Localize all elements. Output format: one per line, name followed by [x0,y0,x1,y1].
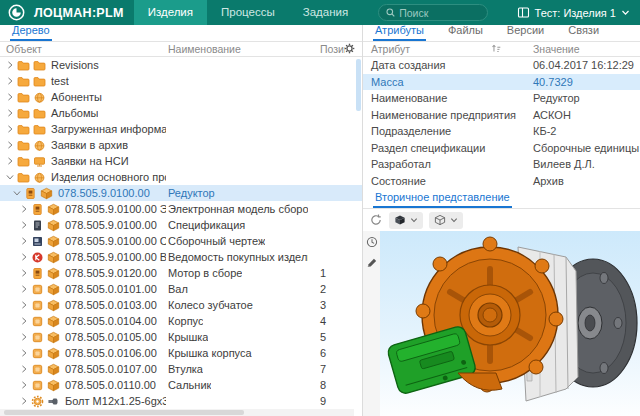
tree-row[interactable]: 078.505.0.0104.00Корпус4 [0,313,362,329]
tree-object-position: 7 [308,363,326,375]
tree-row[interactable]: Revisions [0,57,362,73]
tree-row[interactable]: Загруженная информация [0,121,362,137]
chevron-right-icon[interactable] [18,348,29,359]
chevron-right-icon[interactable] [4,60,15,71]
tree-row[interactable]: 078.505.0.0101.00Вал2 [0,281,362,297]
column-value[interactable]: Значение [533,43,580,55]
part-orange-icon [31,331,44,344]
tree-settings-gear-icon[interactable] [344,43,355,54]
tree-row[interactable]: 078.505.9.0100.00Редуктор [0,185,362,201]
chevron-down-icon[interactable] [4,172,15,183]
tree-object-id: Изделия основного производства [51,171,166,183]
tree-row[interactable]: 078.505.9.0120.00Мотор в сборе1 [0,265,362,281]
scrollbar-thumb[interactable] [4,410,244,415]
search-input[interactable] [399,7,479,19]
chevron-right-icon[interactable] [4,140,15,151]
tree-row[interactable]: 078.505.0.0106.00Крышка корпуса6 [0,345,362,361]
chevron-right-icon[interactable] [18,204,29,215]
tree-row[interactable]: Заявки в архив [0,137,362,153]
shaded-view-button[interactable] [389,212,423,229]
chevron-right-icon[interactable] [4,76,15,87]
attribute-row[interactable]: Масса40.7329 [363,74,640,91]
tab-protsessy[interactable]: Процессы [207,0,289,25]
chevron-right-icon[interactable] [4,156,15,167]
attribute-row[interactable]: ПодразделениеКБ-2 [363,123,640,140]
chevron-right-icon[interactable] [18,316,29,327]
folder-icon [17,139,30,152]
tree-row-object-cell: Загруженная информация [0,123,166,136]
tree-row[interactable]: Болт М12х1.25-6gх35.109.3...9 [0,393,362,409]
attribute-row[interactable]: СостояниеАрхив [363,173,640,190]
folder-icon [17,123,30,136]
cube-icon [47,235,60,248]
annotate-icon[interactable] [366,257,378,269]
chevron-right-icon[interactable] [18,380,29,391]
attribute-row[interactable]: РазработалВилеев Д.Л. [363,156,640,173]
tree-row[interactable]: 078.505.9.0100.00 ЭСБЭлектронная модель … [0,201,362,217]
tree-horizontal-scrollbar[interactable] [0,409,354,416]
tab-faily[interactable]: Файлы [446,24,485,41]
tree-object-name: Ведомость покупных изделий [168,251,308,263]
model-3d-viewport[interactable] [380,231,640,416]
attribute-row[interactable]: НаименованиеРедуктор [363,90,640,107]
tree-object-id: Заявки на НСИ [51,155,129,167]
tab-atributy[interactable]: Атрибуты [373,24,426,41]
chevron-right-icon[interactable] [18,332,29,343]
attribute-label: Дата создания [371,59,446,71]
workspace-selector[interactable]: Тест: Изделия 1 [517,6,630,19]
refresh-icon[interactable] [369,213,383,227]
column-attribute[interactable]: Атрибут [371,43,410,55]
chevron-right-icon[interactable] [18,220,29,231]
tree-object-position: 4 [308,315,326,327]
chevron-right-icon[interactable] [18,300,29,311]
attribute-row[interactable]: Наименование предприятияАСКОН [363,107,640,124]
tree-row[interactable]: Альбомы [0,105,362,121]
tree-row[interactable]: Изделия основного производства [0,169,362,185]
secondary-representation-viewer [363,231,640,416]
tab-vtorichnoe-predstavlenie[interactable]: Вторичное представление [373,191,512,208]
tab-svyazi[interactable]: Связи [566,24,601,41]
chevron-right-icon[interactable] [18,396,29,407]
chevron-right-icon[interactable] [4,124,15,135]
sort-icon[interactable] [491,43,502,54]
chevron-down-icon[interactable] [11,188,22,199]
chevron-right-icon[interactable] [18,284,29,295]
chevron-right-icon[interactable] [18,364,29,375]
tree-row[interactable]: 078.505.0.0105.00Крышка5 [0,329,362,345]
chevron-right-icon[interactable] [18,252,29,263]
tree-row[interactable]: Абоненты [0,89,362,105]
tree-row[interactable]: Заявки на НСИ [0,153,362,169]
chevron-right-icon[interactable] [18,268,29,279]
tree-row[interactable]: 078.505.0.0110.00Сальник8 [0,377,362,393]
folder-icon [33,59,46,72]
attribute-value: КБ-2 [533,125,556,137]
wireframe-view-button[interactable] [429,212,463,229]
attribute-row[interactable]: Раздел спецификацииСборочные единицы [363,140,640,157]
folder-icon [17,107,30,120]
chevron-right-icon[interactable] [4,108,15,119]
column-position[interactable]: Позиц [320,43,345,55]
cube-icon [47,283,60,296]
tree-row[interactable]: 078.505.0.0103.00Колесо зубчатое3 [0,297,362,313]
tree-row[interactable]: 078.505.9.0100.00 СБСборочный чертеж [0,233,362,249]
tree-row[interactable]: 078.505.9.0100.00Спецификация [0,217,362,233]
tree-row[interactable]: 078.505.0.0107.00Втулка7 [0,361,362,377]
tab-izdeliya[interactable]: Изделия [134,0,207,25]
history-clock-icon[interactable] [366,236,378,248]
chevron-right-icon[interactable] [18,236,29,247]
tab-versii[interactable]: Версии [505,24,546,41]
tab-derevo[interactable]: Дерево [10,24,52,41]
tree-row[interactable]: test [0,73,362,89]
tree-row[interactable]: 078.505.9.0100.00 ВПВедомость покупных и… [0,249,362,265]
tree-object-id: Болт М12х1.25-6gх35.109.3... [65,395,166,407]
column-object[interactable]: Объект [6,43,42,55]
chevron-right-icon[interactable] [4,92,15,103]
column-name[interactable]: Наименование [168,43,241,55]
solid-cube-icon [394,214,406,226]
cube-icon [40,187,53,200]
bolt-dark-icon [47,395,60,408]
search-box[interactable] [378,4,488,21]
attribute-row[interactable]: Дата создания06.04.2017 16:12:29 [363,57,640,74]
tab-zadaniya[interactable]: Задания [289,0,362,25]
viewer-toolbar [363,209,640,231]
